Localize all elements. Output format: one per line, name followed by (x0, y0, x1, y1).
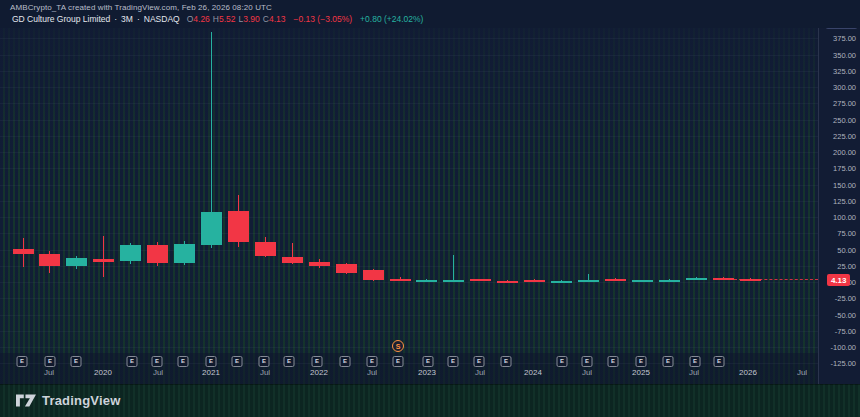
candle[interactable] (309, 262, 330, 266)
earnings-badge[interactable]: E (501, 356, 512, 367)
price-gridline (0, 87, 818, 88)
candle[interactable] (120, 245, 141, 261)
time-label: Jul (689, 368, 699, 377)
split-marker-icon[interactable]: S (392, 340, 404, 352)
candle[interactable] (336, 264, 357, 273)
earnings-badge[interactable]: E (152, 356, 163, 367)
candle[interactable] (390, 279, 411, 281)
tradingview-chart-window: AMBCrypto_TA created with TradingView.co… (0, 0, 860, 417)
price-tick-label: 325.00 (833, 66, 856, 75)
price-gridline (0, 233, 818, 234)
time-label: 2025 (632, 368, 650, 377)
earnings-badge[interactable]: E (17, 356, 28, 367)
candle[interactable] (551, 281, 572, 283)
candle[interactable] (228, 211, 249, 242)
price-tick-label: 350.00 (833, 50, 856, 59)
earnings-badge[interactable]: E (474, 356, 485, 367)
interval-label[interactable]: 3M (121, 14, 133, 24)
candle[interactable] (443, 280, 464, 282)
symbol-title[interactable]: GD Culture Group Limited (12, 14, 110, 24)
earnings-badge[interactable]: E (71, 356, 82, 367)
candle[interactable] (93, 259, 114, 262)
price-gridline (0, 266, 818, 267)
earnings-badge[interactable]: E (663, 356, 674, 367)
candle[interactable] (524, 280, 545, 282)
candle[interactable] (174, 244, 195, 263)
earnings-badge[interactable]: E (557, 356, 568, 367)
price-gridline (0, 331, 818, 332)
price-axis[interactable]: USD 4.13 375.00350.00325.00300.00275.002… (818, 28, 860, 384)
price-tick-label: -50.00 (835, 310, 856, 319)
candle[interactable] (66, 258, 87, 266)
earnings-badge[interactable]: E (312, 356, 323, 367)
candle[interactable] (686, 278, 707, 280)
candle[interactable] (39, 254, 60, 266)
price-tick-label: -100.00 (831, 343, 856, 352)
candle[interactable] (13, 249, 34, 254)
earnings-badge[interactable]: E (393, 356, 404, 367)
price-tick-label: 175.00 (833, 164, 856, 173)
price-tick-label: 275.00 (833, 99, 856, 108)
exchange-label: NASDAQ (144, 14, 180, 24)
earnings-badge[interactable]: E (582, 356, 593, 367)
earnings-badge[interactable]: E (178, 356, 189, 367)
price-tick-label: 200.00 (833, 148, 856, 157)
tradingview-logo[interactable]: TradingView (16, 393, 121, 408)
earnings-badge[interactable]: E (636, 356, 647, 367)
earnings-badge[interactable]: E (206, 356, 217, 367)
separator-dot: · (137, 14, 140, 24)
candle[interactable] (470, 279, 491, 281)
price-tick-label: -25.00 (835, 294, 856, 303)
earnings-badge[interactable]: E (127, 356, 138, 367)
time-axis[interactable]: Jul2020Jul2021Jul2022Jul2023Jul2024Jul20… (0, 353, 818, 384)
candle[interactable] (282, 257, 303, 263)
earnings-badge[interactable]: E (448, 356, 459, 367)
candle[interactable] (255, 242, 276, 256)
earnings-badge[interactable]: E (259, 356, 270, 367)
candle[interactable] (497, 281, 518, 283)
price-gridline (0, 120, 818, 121)
candle[interactable] (201, 212, 222, 245)
time-label: 2026 (739, 368, 757, 377)
candle[interactable] (416, 280, 437, 282)
time-label: 2020 (94, 368, 112, 377)
price-tick-label: 250.00 (833, 115, 856, 124)
candle[interactable] (632, 280, 653, 282)
price-tick-label: 375.00 (833, 34, 856, 43)
ohlc-value: 3.90 (243, 14, 260, 24)
candle[interactable] (605, 279, 626, 281)
time-label: Jul (797, 368, 807, 377)
candle-wick (103, 236, 104, 277)
earnings-badge[interactable]: E (367, 356, 378, 367)
earnings-badge[interactable]: E (423, 356, 434, 367)
earnings-badge[interactable]: E (690, 356, 701, 367)
price-gridline (0, 298, 818, 299)
time-label: 2023 (418, 368, 436, 377)
candle[interactable] (363, 270, 384, 280)
symbol-legend-row[interactable]: GD Culture Group Limited · 3M · NASDAQ O… (12, 14, 423, 24)
price-tick-label: 300.00 (833, 83, 856, 92)
earnings-badge[interactable]: E (45, 356, 56, 367)
candle[interactable] (147, 245, 168, 263)
watermark-attribution: AMBCrypto_TA created with TradingView.co… (10, 3, 272, 12)
time-label: Jul (582, 368, 592, 377)
earnings-badge[interactable]: E (608, 356, 619, 367)
price-gridline (0, 347, 818, 348)
time-label: 2022 (310, 368, 328, 377)
price-tick-label: 125.00 (833, 196, 856, 205)
time-label: Jul (475, 368, 485, 377)
candle[interactable] (659, 280, 680, 282)
chart-header: AMBCrypto_TA created with TradingView.co… (0, 0, 860, 28)
price-tick-label: -125.00 (831, 359, 856, 368)
earnings-badge[interactable]: E (340, 356, 351, 367)
ohlc-values: O4.26H5.52L3.90C4.13 (184, 14, 286, 24)
candle[interactable] (578, 280, 599, 282)
ohlc-value: 5.52 (219, 14, 236, 24)
price-tick-label: 25.00 (837, 261, 856, 270)
candle[interactable] (713, 278, 734, 280)
secondary-change: +0.80 (+24.02%) (360, 14, 423, 24)
earnings-badge[interactable]: E (284, 356, 295, 367)
earnings-badge[interactable]: E (714, 356, 725, 367)
price-gridline (0, 315, 818, 316)
earnings-badge[interactable]: E (232, 356, 243, 367)
